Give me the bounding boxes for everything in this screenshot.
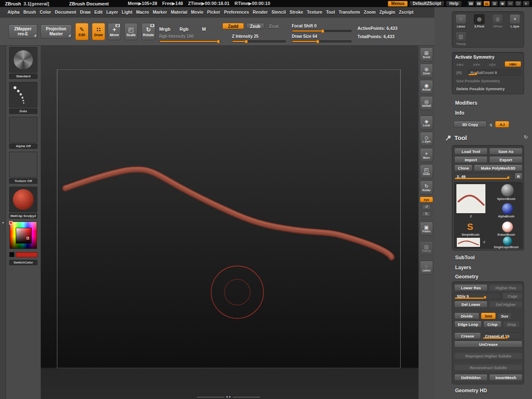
subtool-section-header[interactable]: SubTool: [455, 255, 475, 261]
del-higher-button[interactable]: Del Higher: [489, 301, 522, 308]
tool-index-slider[interactable]: 2. 49: [454, 173, 513, 180]
scale-mode-button[interactable]: ◰ Scale: [124, 23, 138, 40]
3d-copy-button[interactable]: 3D Copy: [453, 121, 487, 128]
higher-res-button[interactable]: Higher Res: [489, 284, 522, 291]
z-intensity-slider[interactable]: [232, 40, 286, 42]
simple-brush-thumbnail[interactable]: S: [465, 222, 475, 232]
lsym-button[interactable]: ◇L.Sym: [420, 132, 433, 146]
menu-document[interactable]: Document: [55, 10, 76, 15]
suv-toggle[interactable]: Suv: [498, 313, 512, 319]
menu-color[interactable]: Color: [40, 10, 51, 15]
crease-lvl-slider[interactable]: CreaseLvl 15: [483, 332, 522, 339]
m-toggle[interactable]: M: [202, 27, 206, 32]
menu-light[interactable]: Light: [122, 10, 133, 15]
tool-palette-header[interactable]: Tool: [454, 134, 467, 141]
actual-button[interactable]: ◉Actual: [420, 80, 433, 94]
transp-panel-button[interactable]: ▨ Transp: [456, 32, 466, 45]
sdiv-slider[interactable]: SDiv 5: [454, 293, 501, 299]
eraser-brush-thumbnail[interactable]: [502, 222, 513, 232]
document-icon[interactable]: ▤: [483, 1, 490, 6]
sym-x-toggle[interactable]: >X<: [456, 62, 463, 67]
layers-section-header[interactable]: Layers: [455, 265, 471, 271]
edit-mode-button[interactable]: ✎ Edit: [75, 23, 89, 40]
move-mode-button[interactable]: M + Move: [108, 23, 121, 40]
expand-icon[interactable]: ▸: [523, 1, 530, 6]
menu-brush[interactable]: Brush: [23, 10, 36, 15]
lower-res-button[interactable]: Lower Res: [454, 284, 488, 291]
save-as-button[interactable]: Save As: [489, 148, 522, 155]
edge-loop-button[interactable]: Edge Loop: [454, 321, 482, 328]
zoom-button[interactable]: ⊕Zoom: [420, 64, 433, 78]
menu-layer[interactable]: Layer: [106, 10, 118, 15]
current-brush[interactable]: Standard: [9, 47, 37, 79]
sym-y-toggle[interactable]: >Y<: [473, 62, 480, 67]
disp-toggle[interactable]: Disp: [503, 321, 520, 328]
export-button[interactable]: Export: [489, 156, 522, 163]
single-layer-brush-thumbnail[interactable]: [503, 236, 512, 246]
menu-texture[interactable]: Texture: [307, 10, 322, 15]
dock-bars2-icon[interactable]: ▮▮: [475, 1, 482, 6]
zcut-button[interactable]: Zcut: [269, 24, 278, 29]
main-color-swatch[interactable]: [16, 252, 37, 257]
xyz-axis-button[interactable]: xyz: [420, 197, 433, 202]
menu-material[interactable]: Material: [171, 10, 187, 15]
local-button[interactable]: ◈Local: [420, 116, 433, 130]
make-polymesh3d-button[interactable]: Make PolyMesh3D: [474, 165, 522, 171]
mrgb-toggle[interactable]: Mrgb: [159, 27, 170, 32]
import-button[interactable]: Import: [454, 156, 488, 163]
document-canvas[interactable]: ◂ ▸: [41, 46, 419, 399]
activate-symmetry-button[interactable]: Activate Symmetry: [455, 54, 495, 59]
stroke-thumbnail[interactable]: [9, 82, 37, 108]
radial-toggle[interactable]: (R): [456, 70, 462, 75]
r-button[interactable]: R: [515, 173, 522, 180]
menus-button[interactable]: Menus: [388, 1, 408, 7]
color-picker-area[interactable]: [10, 222, 37, 249]
modifiers-section-header[interactable]: Modifiers: [455, 100, 477, 106]
geometry-section-header[interactable]: Geometry: [455, 274, 478, 280]
menu-picker[interactable]: Picker: [207, 10, 220, 15]
left-divider-strip[interactable]: ◂: [0, 46, 6, 399]
canvas-scroll-indicator[interactable]: ◂ ▸: [197, 395, 260, 399]
geometry-hd-section-header[interactable]: Geometry HD: [455, 388, 487, 394]
current-stroke[interactable]: Dots: [9, 82, 37, 114]
rgb-intensity-slider-label[interactable]: Rgb Intensity 100: [159, 34, 194, 39]
nav-rotate-button[interactable]: ↻Rotate: [420, 180, 433, 195]
insert-mesh-button[interactable]: InsertMesh: [489, 374, 522, 381]
aahalf-button[interactable]: ◎AAHalf: [420, 96, 433, 110]
saturation-value-square[interactable]: [16, 228, 32, 244]
info-section-header[interactable]: Info: [455, 110, 464, 116]
secondary-color-swatch[interactable]: [9, 252, 15, 257]
dock-bars-icon[interactable]: ▮▮: [468, 1, 474, 6]
minimize-icon[interactable]: ▭: [507, 1, 514, 6]
del-lower-button[interactable]: Del Lower: [454, 301, 488, 308]
zsub-button[interactable]: Zsub: [246, 23, 264, 29]
color-picker[interactable]: [10, 222, 37, 249]
focal-shift-slider-label[interactable]: Focal Shift 0: [292, 24, 316, 28]
rgb-intensity-slider[interactable]: [159, 40, 221, 42]
orbit-left-icon[interactable]: ↺: [422, 204, 431, 209]
smt-toggle[interactable]: Smt: [481, 313, 496, 319]
orbit-right-icon[interactable]: ↻: [422, 211, 431, 217]
document-alt-icon[interactable]: ▥: [491, 1, 498, 6]
use-posable-symmetry-button[interactable]: Use Posable Symmetry: [456, 79, 500, 83]
zadd-button[interactable]: Zadd: [222, 23, 244, 29]
current-texture[interactable]: Texture Off: [9, 152, 37, 184]
menu-stencil[interactable]: Stencil: [271, 10, 286, 15]
sphere-brush-thumbnail[interactable]: [501, 184, 514, 197]
alpha-thumbnail[interactable]: [9, 117, 37, 143]
z-intensity-slider-label[interactable]: Z Intensity 25: [232, 34, 259, 39]
cpivot-button[interactable]: ◍ CPivot: [492, 14, 503, 28]
menu-macro[interactable]: Macro: [136, 10, 149, 15]
load-tool-button[interactable]: Load Tool: [454, 148, 488, 155]
reproject-higher-subdiv-button[interactable]: Reproject Higher Subdiv: [454, 352, 522, 359]
menu-alpha[interactable]: Alpha: [7, 10, 20, 15]
delete-posable-symmetry-button[interactable]: Delete Posable Symmetry: [456, 86, 505, 91]
frame-button[interactable]: ▣Frame: [420, 222, 433, 236]
current-tool-thumbnail[interactable]: [456, 184, 486, 214]
nav-scale-button[interactable]: ◰Scale: [420, 164, 433, 178]
reconstruct-subdiv-button[interactable]: Reconstruct Subdiv: [454, 364, 522, 371]
radial-count-slider[interactable]: RadialCount 8: [468, 69, 521, 76]
current-alpha[interactable]: Alpha Off: [9, 117, 37, 149]
texture-thumbnail[interactable]: [9, 152, 37, 177]
menu-stroke[interactable]: Stroke: [290, 10, 303, 15]
